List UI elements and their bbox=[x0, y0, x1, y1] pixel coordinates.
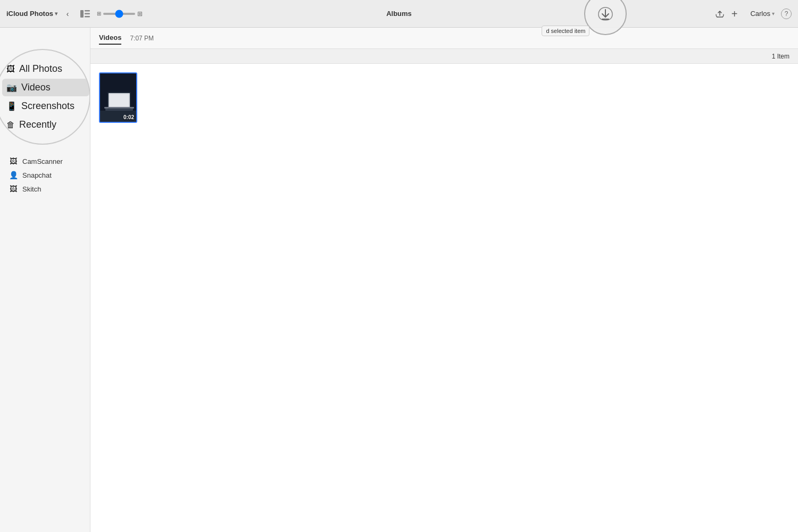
upload-button[interactable] bbox=[714, 9, 725, 19]
download-tooltip-text: d selected item bbox=[546, 28, 585, 34]
app-title: iCloud Photos ▾ bbox=[6, 10, 57, 18]
snapchat-icon: 👤 bbox=[9, 171, 18, 179]
status-bar: 1 Item bbox=[90, 49, 798, 64]
main-content: 🖼 All Photos 📷 Videos 📱 Screenshots 🗑 Re… bbox=[0, 28, 798, 532]
recently-magnifier-icon: 🗑 bbox=[6, 120, 15, 130]
add-icon: + bbox=[732, 9, 738, 19]
screenshots-magnifier-icon: 📱 bbox=[6, 101, 17, 111]
download-icon bbox=[596, 4, 615, 23]
svg-rect-3 bbox=[85, 16, 90, 18]
magnifier-item-screenshots[interactable]: 📱 Screenshots bbox=[2, 97, 89, 115]
magnifier-item-all-photos[interactable]: 🖼 All Photos bbox=[2, 60, 89, 78]
photo-thumbnail[interactable]: 0:02 bbox=[99, 72, 137, 123]
videos-magnifier-label: Videos bbox=[21, 82, 51, 93]
sidebar-icon bbox=[80, 10, 90, 18]
zoom-slider[interactable] bbox=[103, 13, 135, 15]
user-menu-button[interactable]: Carlos ▾ bbox=[750, 10, 775, 18]
upload-icon bbox=[714, 9, 725, 19]
svg-rect-2 bbox=[85, 13, 90, 14]
toolbar: iCloud Photos ▾ ‹ ⊞ ⊞ Albums bbox=[0, 0, 798, 28]
snapchat-label: Snapchat bbox=[22, 171, 52, 179]
skitch-icon: 🖼 bbox=[9, 185, 18, 193]
sidebar-item-camscanner[interactable]: 🖼 CamScanner bbox=[0, 154, 90, 168]
item-count-label: 1 Item bbox=[772, 53, 789, 60]
magnifier-overlay: 🖼 All Photos 📷 Videos 📱 Screenshots 🗑 Re… bbox=[0, 49, 90, 145]
all-photos-label: All Photos bbox=[19, 63, 62, 74]
zoom-min-icon: ⊞ bbox=[97, 11, 101, 16]
svg-rect-1 bbox=[85, 10, 90, 12]
add-button[interactable]: + bbox=[732, 9, 738, 19]
app-title-chevron: ▾ bbox=[55, 11, 57, 16]
all-photos-icon: 🖼 bbox=[6, 64, 15, 74]
sidebar: 🖼 All Photos 📷 Videos 📱 Screenshots 🗑 Re… bbox=[0, 28, 90, 532]
zoom-control: ⊞ ⊞ bbox=[97, 10, 143, 18]
download-tooltip: d selected item bbox=[542, 26, 589, 36]
content-area: Videos 7:07 PM 1 Item bbox=[90, 28, 798, 532]
svg-rect-9 bbox=[110, 94, 129, 107]
videos-tab[interactable]: Videos bbox=[99, 31, 121, 45]
content-header: Videos 7:07 PM bbox=[90, 28, 798, 49]
recently-magnifier-label: Recently bbox=[19, 119, 56, 130]
sidebar-item-snapchat[interactable]: 👤 Snapchat bbox=[0, 168, 90, 182]
zoom-max-icon: ⊞ bbox=[137, 10, 143, 18]
skitch-label: Skitch bbox=[22, 185, 41, 193]
camscanner-icon: 🖼 bbox=[9, 157, 18, 165]
magnifier-item-recently[interactable]: 🗑 Recently bbox=[2, 116, 89, 134]
help-button[interactable]: ? bbox=[781, 9, 792, 19]
toolbar-left: iCloud Photos ▾ ‹ ⊞ ⊞ bbox=[6, 8, 143, 20]
photo-grid: 0:02 bbox=[90, 64, 798, 532]
svg-rect-0 bbox=[80, 10, 84, 18]
app-title-text: iCloud Photos bbox=[6, 10, 53, 18]
magnifier-item-videos[interactable]: 📷 Videos bbox=[2, 79, 89, 96]
toolbar-right: + d selected item Carlos ▾ ? bbox=[714, 9, 792, 19]
center-title-text: Albums bbox=[386, 10, 412, 18]
screenshots-magnifier-label: Screenshots bbox=[21, 101, 74, 112]
sidebar-albums-section: 🖼 CamScanner 👤 Snapchat 🖼 Skitch bbox=[0, 154, 90, 196]
back-button[interactable]: ‹ bbox=[62, 8, 73, 20]
sidebar-toggle-button[interactable] bbox=[78, 8, 93, 20]
video-duration: 0:02 bbox=[123, 114, 134, 120]
content-time: 7:07 PM bbox=[130, 35, 154, 42]
sidebar-item-skitch[interactable]: 🖼 Skitch bbox=[0, 182, 90, 196]
user-name-text: Carlos bbox=[750, 10, 770, 18]
user-chevron-icon: ▾ bbox=[772, 11, 775, 16]
camscanner-label: CamScanner bbox=[22, 157, 63, 165]
toolbar-center-title: Albums bbox=[386, 10, 412, 18]
videos-magnifier-icon: 📷 bbox=[6, 82, 17, 93]
help-icon: ? bbox=[785, 10, 788, 18]
svg-rect-10 bbox=[104, 107, 134, 109]
